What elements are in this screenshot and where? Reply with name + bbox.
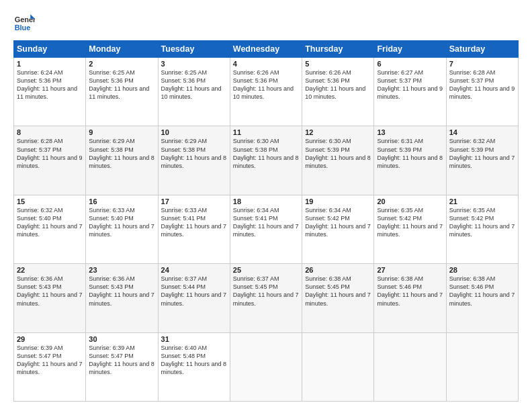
calendar-cell: 13 Sunrise: 6:31 AMSunset: 5:39 PMDaylig… — [374, 126, 446, 195]
cell-info: Sunrise: 6:27 AMSunset: 5:37 PMDaylight:… — [377, 68, 443, 101]
cell-info: Sunrise: 6:33 AMSunset: 5:40 PMDaylight:… — [89, 206, 154, 239]
cell-info: Sunrise: 6:34 AMSunset: 5:41 PMDaylight:… — [233, 206, 299, 239]
day-number: 11 — [233, 128, 299, 136]
cell-info: Sunrise: 6:25 AMSunset: 5:36 PMDaylight:… — [161, 68, 227, 101]
cell-info: Sunrise: 6:32 AMSunset: 5:39 PMDaylight:… — [449, 137, 515, 170]
calendar-cell: 26 Sunrise: 6:38 AMSunset: 5:45 PMDaylig… — [302, 264, 374, 332]
calendar-cell: 28 Sunrise: 6:38 AMSunset: 5:46 PMDaylig… — [446, 264, 518, 332]
calendar-cell: 18 Sunrise: 6:34 AMSunset: 5:41 PMDaylig… — [230, 195, 302, 263]
day-number: 18 — [233, 197, 299, 205]
day-number: 31 — [161, 335, 227, 343]
cell-info: Sunrise: 6:26 AMSunset: 5:36 PMDaylight:… — [233, 68, 299, 101]
cell-info: Sunrise: 6:35 AMSunset: 5:42 PMDaylight:… — [449, 206, 515, 239]
day-header-friday: Friday — [374, 41, 446, 58]
day-number: 22 — [17, 266, 83, 274]
cell-info: Sunrise: 6:37 AMSunset: 5:44 PMDaylight:… — [161, 275, 227, 308]
day-header-saturday: Saturday — [446, 41, 518, 58]
day-number: 14 — [449, 128, 515, 136]
day-number: 26 — [305, 266, 371, 274]
day-number: 29 — [17, 335, 83, 343]
day-number: 30 — [89, 335, 154, 343]
calendar-cell: 11 Sunrise: 6:30 AMSunset: 5:38 PMDaylig… — [230, 126, 302, 195]
calendar-cell: 8 Sunrise: 6:28 AMSunset: 5:37 PMDayligh… — [14, 126, 86, 195]
calendar-cell: 29 Sunrise: 6:39 AMSunset: 5:47 PMDaylig… — [14, 332, 86, 401]
day-number: 7 — [449, 60, 515, 68]
header: General Blue — [13, 12, 519, 34]
cell-info: Sunrise: 6:40 AMSunset: 5:48 PMDaylight:… — [161, 344, 227, 377]
day-number: 28 — [449, 266, 515, 274]
calendar-cell: 2 Sunrise: 6:25 AMSunset: 5:36 PMDayligh… — [86, 58, 158, 126]
week-row-2: 8 Sunrise: 6:28 AMSunset: 5:37 PMDayligh… — [14, 126, 519, 195]
calendar-cell: 4 Sunrise: 6:26 AMSunset: 5:36 PMDayligh… — [230, 58, 302, 126]
calendar-cell: 23 Sunrise: 6:36 AMSunset: 5:43 PMDaylig… — [86, 264, 158, 332]
day-number: 10 — [161, 128, 227, 136]
cell-info: Sunrise: 6:29 AMSunset: 5:38 PMDaylight:… — [161, 137, 227, 170]
calendar-cell: 17 Sunrise: 6:33 AMSunset: 5:41 PMDaylig… — [158, 195, 230, 263]
cell-info: Sunrise: 6:24 AMSunset: 5:36 PMDaylight:… — [17, 68, 83, 101]
day-number: 6 — [377, 60, 443, 68]
week-row-5: 29 Sunrise: 6:39 AMSunset: 5:47 PMDaylig… — [14, 332, 519, 401]
cell-info: Sunrise: 6:38 AMSunset: 5:46 PMDaylight:… — [449, 275, 515, 308]
calendar-cell — [374, 332, 446, 401]
cell-info: Sunrise: 6:30 AMSunset: 5:38 PMDaylight:… — [233, 137, 299, 170]
calendar-cell: 9 Sunrise: 6:29 AMSunset: 5:38 PMDayligh… — [86, 126, 158, 195]
day-header-monday: Monday — [86, 41, 158, 58]
calendar-cell: 22 Sunrise: 6:36 AMSunset: 5:43 PMDaylig… — [14, 264, 86, 332]
page: General Blue SundayMondayTuesdayWednesda… — [0, 0, 532, 411]
cell-info: Sunrise: 6:36 AMSunset: 5:43 PMDaylight:… — [17, 275, 83, 308]
calendar-cell: 31 Sunrise: 6:40 AMSunset: 5:48 PMDaylig… — [158, 332, 230, 401]
cell-info: Sunrise: 6:35 AMSunset: 5:42 PMDaylight:… — [377, 206, 443, 239]
calendar: SundayMondayTuesdayWednesdayThursdayFrid… — [13, 40, 519, 402]
calendar-cell: 12 Sunrise: 6:30 AMSunset: 5:39 PMDaylig… — [302, 126, 374, 195]
calendar-cell: 16 Sunrise: 6:33 AMSunset: 5:40 PMDaylig… — [86, 195, 158, 263]
calendar-cell: 6 Sunrise: 6:27 AMSunset: 5:37 PMDayligh… — [374, 58, 446, 126]
week-row-3: 15 Sunrise: 6:32 AMSunset: 5:40 PMDaylig… — [14, 195, 519, 263]
day-header-sunday: Sunday — [14, 41, 86, 58]
day-number: 4 — [233, 60, 299, 68]
calendar-cell: 15 Sunrise: 6:32 AMSunset: 5:40 PMDaylig… — [14, 195, 86, 263]
calendar-cell: 10 Sunrise: 6:29 AMSunset: 5:38 PMDaylig… — [158, 126, 230, 195]
logo-icon: General Blue — [13, 12, 35, 34]
calendar-cell: 3 Sunrise: 6:25 AMSunset: 5:36 PMDayligh… — [158, 58, 230, 126]
calendar-cell: 5 Sunrise: 6:26 AMSunset: 5:36 PMDayligh… — [302, 58, 374, 126]
svg-text:Blue: Blue — [15, 24, 31, 32]
cell-info: Sunrise: 6:29 AMSunset: 5:38 PMDaylight:… — [89, 137, 154, 170]
calendar-cell: 19 Sunrise: 6:34 AMSunset: 5:42 PMDaylig… — [302, 195, 374, 263]
calendar-cell — [302, 332, 374, 401]
day-number: 15 — [17, 197, 83, 205]
day-number: 5 — [305, 60, 371, 68]
day-number: 12 — [305, 128, 371, 136]
cell-info: Sunrise: 6:26 AMSunset: 5:36 PMDaylight:… — [305, 68, 371, 101]
day-number: 1 — [17, 60, 83, 68]
calendar-cell: 14 Sunrise: 6:32 AMSunset: 5:39 PMDaylig… — [446, 126, 518, 195]
day-header-thursday: Thursday — [302, 41, 374, 58]
cell-info: Sunrise: 6:33 AMSunset: 5:41 PMDaylight:… — [161, 206, 227, 239]
calendar-cell: 1 Sunrise: 6:24 AMSunset: 5:36 PMDayligh… — [14, 58, 86, 126]
cell-info: Sunrise: 6:34 AMSunset: 5:42 PMDaylight:… — [305, 206, 371, 239]
day-number: 23 — [89, 266, 154, 274]
day-number: 3 — [161, 60, 227, 68]
day-number: 24 — [161, 266, 227, 274]
day-number: 16 — [89, 197, 154, 205]
calendar-cell: 27 Sunrise: 6:38 AMSunset: 5:46 PMDaylig… — [374, 264, 446, 332]
calendar-cell — [446, 332, 518, 401]
cell-info: Sunrise: 6:38 AMSunset: 5:46 PMDaylight:… — [377, 275, 443, 308]
day-number: 19 — [305, 197, 371, 205]
calendar-cell: 24 Sunrise: 6:37 AMSunset: 5:44 PMDaylig… — [158, 264, 230, 332]
day-number: 2 — [89, 60, 154, 68]
cell-info: Sunrise: 6:31 AMSunset: 5:39 PMDaylight:… — [377, 137, 443, 170]
cell-info: Sunrise: 6:38 AMSunset: 5:45 PMDaylight:… — [305, 275, 371, 308]
cell-info: Sunrise: 6:28 AMSunset: 5:37 PMDaylight:… — [17, 137, 83, 170]
week-row-4: 22 Sunrise: 6:36 AMSunset: 5:43 PMDaylig… — [14, 264, 519, 332]
day-number: 9 — [89, 128, 154, 136]
day-number: 17 — [161, 197, 227, 205]
logo: General Blue — [13, 12, 38, 34]
cell-info: Sunrise: 6:25 AMSunset: 5:36 PMDaylight:… — [89, 68, 154, 101]
calendar-cell: 30 Sunrise: 6:39 AMSunset: 5:47 PMDaylig… — [86, 332, 158, 401]
day-header-wednesday: Wednesday — [230, 41, 302, 58]
calendar-cell: 20 Sunrise: 6:35 AMSunset: 5:42 PMDaylig… — [374, 195, 446, 263]
day-header-tuesday: Tuesday — [158, 41, 230, 58]
day-number: 13 — [377, 128, 443, 136]
cell-info: Sunrise: 6:32 AMSunset: 5:40 PMDaylight:… — [17, 206, 83, 239]
day-number: 8 — [17, 128, 83, 136]
